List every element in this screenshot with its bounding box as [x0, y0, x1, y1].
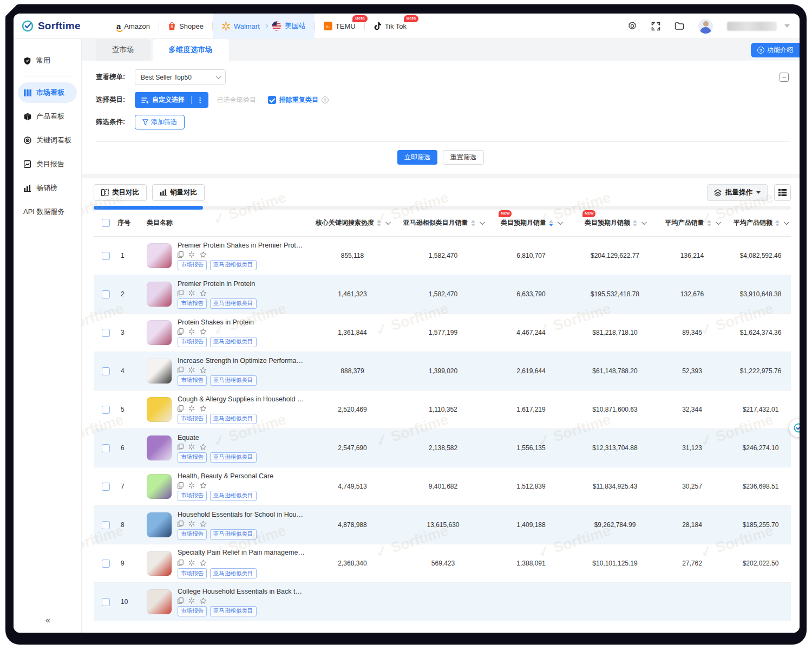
sidebar-item-api-service[interactable]: API 数据服务	[18, 202, 77, 222]
logo[interactable]: Sorftime	[21, 20, 108, 32]
sort-icon[interactable]	[633, 220, 637, 226]
walmart-spark-icon[interactable]	[188, 290, 195, 296]
product-image[interactable]	[147, 512, 172, 537]
row-tag-button[interactable]: 市场报告	[178, 260, 207, 270]
row-checkbox[interactable]	[102, 483, 110, 491]
folder-icon[interactable]	[675, 22, 684, 30]
sort-icon[interactable]	[707, 220, 711, 226]
category-title[interactable]: Premier Protein Shakes in Premier Protei…	[178, 242, 305, 249]
product-image[interactable]	[147, 243, 172, 268]
copy-report-icon[interactable]	[178, 560, 184, 566]
apply-filter-button[interactable]: 立即筛选	[397, 150, 437, 165]
chevron-down-icon[interactable]	[479, 219, 484, 225]
row-tag-button[interactable]: 市场报告	[178, 568, 207, 578]
copy-report-icon[interactable]	[178, 328, 184, 335]
row-checkbox[interactable]	[102, 444, 110, 452]
walmart-spark-icon[interactable]	[188, 367, 195, 373]
chevron-down-icon[interactable]	[558, 219, 563, 225]
walmart-spark-icon[interactable]	[188, 482, 195, 489]
row-checkbox[interactable]	[102, 406, 110, 414]
row-tag-button[interactable]: 市场报告	[178, 606, 207, 616]
copy-report-icon[interactable]	[178, 290, 184, 296]
compare-category-button[interactable]: 类目对比	[94, 184, 147, 201]
row-tag-button[interactable]: 市场报告	[178, 529, 207, 540]
row-tag-button[interactable]: 市场报告	[178, 414, 207, 424]
category-title[interactable]: Health, Beauty & Personal Care	[178, 472, 273, 480]
row-tag-button[interactable]: 市场报告	[178, 491, 207, 501]
column-header-amazon-similar-sales[interactable]: 亚马逊相似类目月销量	[396, 218, 490, 227]
row-checkbox[interactable]	[102, 521, 110, 529]
product-image[interactable]	[147, 435, 172, 460]
row-checkbox[interactable]	[102, 290, 110, 298]
walmart-spark-icon[interactable]	[188, 597, 195, 604]
category-title[interactable]: Equate	[178, 434, 257, 441]
settings-gear-icon[interactable]	[627, 21, 637, 31]
platform-temu[interactable]: t:. TEMU Beta	[315, 14, 364, 39]
horizontal-scrollbar[interactable]	[94, 206, 791, 210]
product-image[interactable]	[147, 320, 172, 345]
walmart-spark-icon[interactable]	[188, 251, 195, 258]
chevron-down-icon[interactable]	[641, 219, 647, 225]
column-header-expected-monthly-sales[interactable]: New类目预期月销量	[490, 218, 572, 227]
fullscreen-icon[interactable]	[651, 22, 660, 31]
column-header-expected-monthly-revenue[interactable]: New类目预期月销额	[572, 218, 658, 227]
product-image[interactable]	[147, 397, 172, 422]
walmart-spark-icon[interactable]	[188, 560, 195, 566]
copy-report-icon[interactable]	[178, 444, 184, 450]
row-tag-button[interactable]: 亚马逊相似类目	[210, 452, 257, 463]
row-checkbox[interactable]	[102, 329, 110, 337]
row-checkbox[interactable]	[102, 598, 110, 606]
category-title[interactable]: Cough & Allergy Supplies in Household Es…	[178, 395, 305, 403]
category-title[interactable]: Increase Strength in Optimize Performanc…	[178, 357, 305, 365]
tab-check-market[interactable]: 查市场	[96, 39, 150, 61]
tab-multi-dimension[interactable]: 多维度选市场	[153, 39, 229, 61]
row-tag-button[interactable]: 亚马逊相似类目	[210, 568, 257, 578]
walmart-spark-icon[interactable]	[188, 521, 195, 527]
panel-collapse-button[interactable]: −	[780, 73, 789, 82]
sidebar-item-common[interactable]: 常用	[18, 50, 77, 71]
copy-report-icon[interactable]	[178, 405, 184, 412]
product-image[interactable]	[147, 359, 172, 384]
row-tag-button[interactable]: 亚马逊相似类目	[210, 260, 257, 270]
row-tag-button[interactable]: 亚马逊相似类目	[210, 375, 257, 386]
star-icon[interactable]	[200, 328, 207, 335]
copy-report-icon[interactable]	[178, 521, 184, 527]
row-tag-button[interactable]: 亚马逊相似类目	[210, 414, 257, 424]
copy-report-icon[interactable]	[178, 597, 184, 604]
copy-report-icon[interactable]	[178, 482, 184, 489]
category-title[interactable]: Premier Protein in Protein	[178, 280, 257, 288]
sidebar-collapse-button[interactable]: «	[45, 615, 49, 625]
star-icon[interactable]	[200, 521, 207, 527]
star-icon[interactable]	[200, 597, 207, 604]
username-redacted[interactable]	[727, 22, 777, 31]
batch-actions-button[interactable]: 批量操作	[707, 184, 768, 201]
row-tag-button[interactable]: 市场报告	[178, 452, 207, 463]
walmart-spark-icon[interactable]	[188, 405, 195, 412]
table-view-toggle-button[interactable]	[774, 184, 791, 201]
star-icon[interactable]	[200, 290, 207, 296]
sort-icon[interactable]	[775, 220, 780, 226]
platform-walmart[interactable]: Walmart 美国站	[213, 14, 315, 39]
chevron-down-icon[interactable]	[715, 219, 721, 225]
sidebar-item-market-dashboard[interactable]: 市场看板	[18, 82, 77, 103]
chevron-down-icon[interactable]	[784, 219, 789, 225]
platform-amazon[interactable]: a Amazon	[108, 14, 159, 39]
copy-report-icon[interactable]	[178, 251, 184, 258]
add-filter-button[interactable]: 添加筛选	[135, 115, 185, 129]
avatar[interactable]	[698, 19, 713, 34]
product-image[interactable]	[147, 282, 172, 307]
help-icon[interactable]: ?	[322, 96, 329, 103]
sort-icon[interactable]	[377, 220, 381, 226]
dedupe-checkbox[interactable]	[268, 96, 276, 104]
platform-shopee[interactable]: S Shopee	[159, 14, 212, 39]
row-checkbox[interactable]	[102, 252, 110, 260]
column-header-avg-product-revenue[interactable]: 平均产品销额	[726, 218, 795, 227]
star-icon[interactable]	[200, 367, 207, 373]
row-tag-button[interactable]: 市场报告	[178, 298, 207, 309]
star-icon[interactable]	[200, 251, 207, 258]
row-checkbox[interactable]	[102, 560, 110, 568]
row-tag-button[interactable]: 市场报告	[178, 337, 207, 347]
row-tag-button[interactable]: 亚马逊相似类目	[210, 529, 257, 540]
row-checkbox[interactable]	[102, 367, 110, 375]
product-image[interactable]	[147, 474, 172, 499]
